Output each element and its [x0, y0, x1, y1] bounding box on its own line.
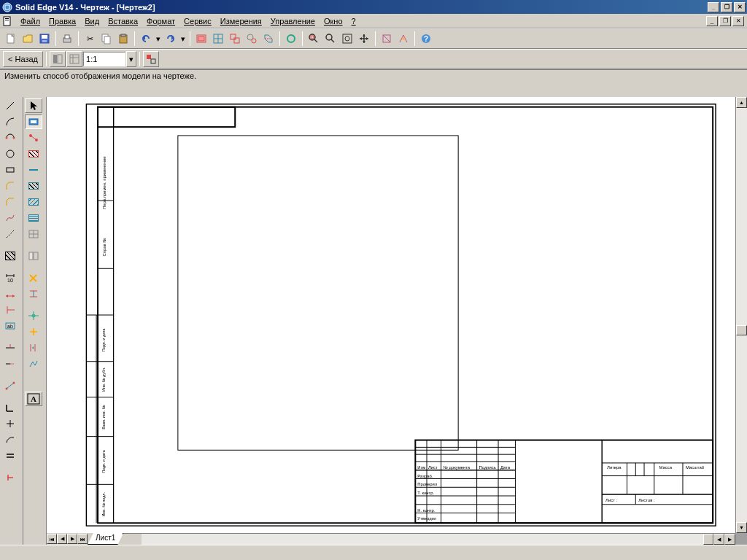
update-views-button[interactable]: [283, 31, 299, 47]
main-view-button[interactable]: [210, 31, 226, 47]
sheet-next-button[interactable]: ▶: [67, 534, 77, 544]
mdi-minimize-button[interactable]: _: [706, 16, 718, 26]
axis-dim-tool-icon[interactable]: [1, 303, 19, 317]
rect-tool-icon[interactable]: [1, 163, 19, 177]
retrieve-dim-icon[interactable]: [25, 271, 42, 285]
scale-input[interactable]: [83, 52, 125, 66]
menu-file[interactable]: Файл: [16, 15, 44, 27]
menu-help[interactable]: ?: [347, 15, 360, 27]
zoom-button[interactable]: [322, 31, 338, 47]
callout-arc-icon[interactable]: [1, 432, 19, 447]
pan-button[interactable]: [356, 31, 372, 47]
horiz-tool-icon[interactable]: [25, 147, 42, 161]
scroll-left-button[interactable]: ◀: [713, 534, 724, 545]
arc-tool-icon[interactable]: [1, 114, 19, 129]
callout-eq-icon[interactable]: [1, 448, 19, 463]
select-tool-icon[interactable]: [25, 98, 42, 113]
extend-tool-icon[interactable]: [1, 357, 19, 371]
smartdim-tool-icon[interactable]: 10: [1, 271, 19, 285]
line-tool-icon[interactable]: [1, 98, 19, 113]
symbol-tool-icon[interactable]: [1, 470, 19, 485]
menu-window[interactable]: Окно: [320, 15, 347, 27]
scrollbar-thumb[interactable]: [703, 534, 713, 545]
save-button[interactable]: [36, 31, 53, 47]
circle-tool-icon[interactable]: [1, 147, 19, 161]
parallel-tool-icon[interactable]: [25, 179, 42, 193]
edgebar-tool-icon[interactable]: [25, 249, 42, 263]
scale-dropdown[interactable]: ▾: [126, 51, 136, 67]
scroll-up-button[interactable]: ▲: [736, 97, 747, 108]
mdi-restore-button[interactable]: ❐: [719, 16, 731, 26]
sheet-last-button[interactable]: ⏭: [77, 534, 88, 544]
fillet-tool-icon[interactable]: [1, 179, 19, 193]
tool-b-button[interactable]: [395, 31, 411, 47]
undo-button[interactable]: [138, 31, 154, 47]
dimension-tool-icon[interactable]: [1, 287, 19, 301]
tangent-tool-icon[interactable]: [25, 227, 42, 241]
perp-tool-icon[interactable]: [25, 195, 42, 209]
display-quality-button[interactable]: [66, 51, 82, 67]
zoom-fit-button[interactable]: [339, 31, 355, 47]
menu-edit[interactable]: Правка: [44, 15, 80, 27]
arc3pt-tool-icon[interactable]: [1, 131, 19, 145]
rel-align-icon[interactable]: [25, 341, 42, 355]
menu-tools[interactable]: Сервис: [179, 15, 216, 27]
mdi-doc-icon[interactable]: [1, 15, 13, 27]
scroll-right-button[interactable]: ▶: [724, 534, 735, 545]
menu-manage[interactable]: Управление: [266, 15, 320, 27]
shading-mode-button[interactable]: [50, 51, 66, 67]
maximize-button[interactable]: ❐: [721, 2, 732, 12]
menu-measure[interactable]: Измерения: [216, 15, 266, 27]
section-view-button[interactable]: [260, 31, 276, 47]
callout-perp-icon[interactable]: [1, 400, 19, 415]
menu-format[interactable]: Формат: [142, 15, 179, 27]
redo-dropdown[interactable]: ▾: [179, 31, 187, 47]
close-button[interactable]: ✕: [734, 2, 746, 12]
match-settings-button[interactable]: [143, 51, 159, 67]
trim-tool-icon[interactable]: [1, 341, 19, 355]
sheet-first-button[interactable]: ⏮: [47, 534, 57, 544]
hatch-tool-icon[interactable]: [1, 249, 19, 263]
horizontal-scrollbar[interactable]: ◀ ▶: [47, 533, 735, 545]
redo-button[interactable]: [163, 31, 179, 47]
collinear-tool-icon[interactable]: [25, 163, 42, 177]
menu-insert[interactable]: Вставка: [104, 15, 142, 27]
sheet-tab[interactable]: Лист1: [88, 533, 123, 545]
connect-tool-icon[interactable]: [25, 131, 42, 145]
chamfer-tool-icon[interactable]: [1, 195, 19, 209]
mdi-close-button[interactable]: ✕: [732, 16, 744, 26]
tool-a-button[interactable]: [379, 31, 395, 47]
drawing-canvas[interactable]: Перв.примен. применение Справ № Подп. и …: [47, 97, 735, 533]
callout-point-icon[interactable]: [1, 416, 19, 431]
dim-axis-icon[interactable]: [25, 287, 42, 301]
scrollbar-track[interactable]: [736, 108, 747, 522]
construction-tool-icon[interactable]: [1, 227, 19, 241]
undo-dropdown[interactable]: ▾: [155, 31, 162, 47]
sketch-tool-icon[interactable]: [25, 114, 42, 129]
rel-free-icon[interactable]: [25, 357, 42, 371]
move-origin-icon[interactable]: [25, 324, 42, 339]
help-button[interactable]: ?: [418, 31, 434, 47]
spline-tool-icon[interactable]: [1, 211, 19, 225]
scroll-down-button[interactable]: ▼: [736, 522, 747, 533]
concentric-tool-icon[interactable]: [25, 211, 42, 225]
zoom-area-button[interactable]: [306, 31, 322, 47]
text-tool-icon[interactable]: A: [25, 392, 42, 406]
detail-view-button[interactable]: [244, 31, 260, 47]
paste-button[interactable]: [115, 31, 131, 47]
open-button[interactable]: [20, 31, 36, 47]
aux-view-button[interactable]: [227, 31, 243, 47]
cut-button[interactable]: ✂: [82, 31, 98, 47]
rel-tool-icon[interactable]: [1, 378, 19, 393]
print-button[interactable]: [59, 31, 75, 47]
vertical-scrollbar[interactable]: ▲ ▼: [735, 97, 747, 533]
scrollbar-track[interactable]: [142, 534, 713, 545]
edit-dim-tool-icon[interactable]: ab: [1, 319, 19, 333]
origin-tool-icon[interactable]: [25, 308, 42, 323]
view-wizard-button[interactable]: [193, 31, 209, 47]
copy-button[interactable]: [98, 31, 115, 47]
menu-view[interactable]: Вид: [80, 15, 104, 27]
sheet-prev-button[interactable]: ◀: [57, 534, 67, 544]
new-button[interactable]: [3, 31, 19, 47]
minimize-button[interactable]: _: [708, 2, 719, 12]
